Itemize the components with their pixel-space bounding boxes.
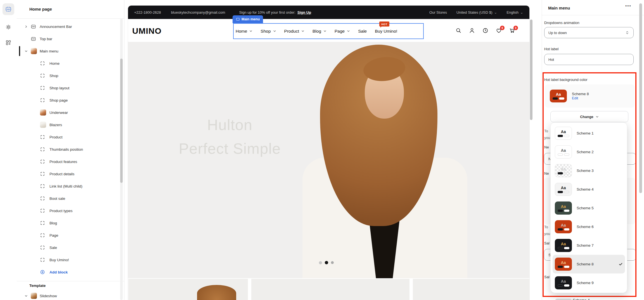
- account-icon[interactable]: [469, 28, 475, 33]
- store-email[interactable]: blueskytechcompany@gmail.com: [171, 10, 225, 15]
- tree-item-link-list-multi-child[interactable]: Link list (Multi child): [17, 180, 120, 192]
- country-selector[interactable]: United States (USD $)⌄: [456, 10, 497, 15]
- store-phone[interactable]: +222-1800-2628: [134, 10, 161, 15]
- nav-item-sale[interactable]: Sale: [358, 29, 367, 34]
- tree-item-page[interactable]: Page: [17, 229, 120, 241]
- tree-item-announcement-bar[interactable]: Announcement Bar: [17, 20, 120, 33]
- scheme-option-label: Scheme 4: [577, 187, 623, 191]
- block-icon: [40, 85, 45, 90]
- image-thumb: [31, 48, 37, 54]
- scheme-option-scheme-3[interactable]: AaScheme 3: [553, 161, 625, 180]
- hot-bg-color-label: Hot label background color: [544, 78, 588, 82]
- theme-settings-button[interactable]: [4, 22, 13, 32]
- nav-item-shop[interactable]: Shop: [261, 29, 276, 34]
- tree-item-add-block[interactable]: Add block: [17, 266, 120, 278]
- app-embeds-button[interactable]: [4, 38, 13, 47]
- tree-item-blazers[interactable]: Blazers: [17, 119, 120, 131]
- signup-link[interactable]: Sign Up: [297, 10, 311, 15]
- slide-dot-2-active[interactable]: [325, 261, 328, 264]
- obscured-label: Sal: [544, 241, 550, 245]
- nav-item-home[interactable]: Home: [236, 29, 252, 34]
- chevron-down-icon: [323, 30, 326, 33]
- tree-item-label: Shop layout: [49, 86, 69, 90]
- tree-item-underwear[interactable]: Underwear: [17, 106, 120, 119]
- tree-item-sale[interactable]: Sale: [17, 241, 120, 254]
- nav-item-product[interactable]: Product: [284, 29, 304, 34]
- hero-heading: Hulton Perfect Simple: [160, 113, 300, 160]
- tree-item-label: Blog: [49, 221, 57, 225]
- scheme-swatch: Aa: [555, 164, 572, 177]
- nav-item-blog[interactable]: Blog: [312, 29, 326, 34]
- nav-item-label: Product: [284, 29, 299, 34]
- tree-item-shop-page[interactable]: Shop page: [17, 94, 120, 106]
- hot-label-input[interactable]: Hot: [544, 54, 634, 65]
- scheme-option-scheme-6[interactable]: AaScheme 6: [553, 217, 625, 236]
- dropdowns-animation-select[interactable]: Up to down: [544, 27, 634, 38]
- gear-icon: [6, 24, 11, 30]
- scheme-option-scheme-7[interactable]: AaScheme 7: [553, 236, 625, 255]
- settings-panel: Main menu ••• Dropdowns animation Up to …: [542, 0, 644, 300]
- scheme-option-scheme-9[interactable]: AaScheme 9: [553, 273, 625, 292]
- edit-scheme-link[interactable]: Edit: [572, 96, 589, 100]
- tree-item-main-menu[interactable]: Main menu: [17, 45, 120, 57]
- slide-dot-1[interactable]: [319, 261, 322, 264]
- scheme-option-scheme-1[interactable]: AaScheme 1: [553, 124, 625, 143]
- chevron-down-icon: [249, 30, 252, 33]
- tree-item-boot-sale[interactable]: Boot sale: [17, 192, 120, 205]
- tree-item-label: Link list (Multi child): [49, 184, 82, 188]
- panel-scrollbar[interactable]: [639, 3, 642, 193]
- preview-scrollbar[interactable]: [530, 20, 532, 120]
- chevron-down-icon[interactable]: [25, 50, 28, 53]
- chevron-right-icon[interactable]: [25, 25, 28, 28]
- block-icon: [40, 159, 45, 164]
- scheme-swatch: Aa: [550, 90, 567, 102]
- tree-item-top-bar[interactable]: Top bar: [17, 33, 120, 45]
- cart-icon[interactable]: 0: [509, 28, 515, 33]
- store-logo[interactable]: UMINO: [132, 26, 162, 36]
- nav-item-buy-umino[interactable]: Buy Umino!: [375, 29, 397, 34]
- search-icon[interactable]: [456, 28, 461, 33]
- tree-item-shop[interactable]: Shop: [17, 69, 120, 82]
- nav-item-label: Home: [236, 29, 247, 34]
- page-title: Home page: [29, 7, 52, 11]
- tree-item-product-types[interactable]: Product types: [17, 205, 120, 217]
- change-scheme-button[interactable]: Change: [550, 111, 628, 122]
- section-icon: [31, 24, 36, 29]
- scheme-option-scheme-2[interactable]: AaScheme 2: [553, 143, 625, 161]
- scheme-option-scheme-8[interactable]: AaScheme 8: [553, 255, 625, 273]
- next-section-card: [128, 279, 248, 300]
- block-icon: [40, 208, 45, 213]
- tree-item-home[interactable]: Home: [17, 57, 120, 69]
- recently-viewed-icon[interactable]: [482, 28, 488, 33]
- scheme-option-label: Scheme 6: [577, 225, 623, 229]
- scheme-option-scheme-5[interactable]: AaScheme 5: [553, 199, 625, 217]
- tree-item-product[interactable]: Product: [17, 131, 120, 143]
- tree-item-thumbnails-position[interactable]: Thumbnails position: [17, 143, 120, 155]
- tree-item-label: Product details: [49, 172, 74, 176]
- tree-item-shop-layout[interactable]: Shop layout: [17, 82, 120, 94]
- chevron-down-icon: [596, 115, 599, 118]
- tree-item-product-details[interactable]: Product details: [17, 168, 120, 180]
- sections-tab-button[interactable]: [3, 3, 14, 15]
- block-icon: [40, 220, 45, 225]
- scheme-option-scheme-4[interactable]: AaScheme 4: [553, 180, 625, 199]
- nav-item-page[interactable]: Page: [335, 29, 350, 34]
- tree-item-label: Top bar: [40, 37, 52, 41]
- language-selector[interactable]: English⌄: [506, 10, 523, 15]
- slideshow-dots: [319, 261, 334, 264]
- cart-count-badge: 0: [513, 26, 518, 30]
- section-options-button[interactable]: •••: [625, 3, 631, 8]
- sidebar-scrollbar[interactable]: [120, 59, 123, 183]
- tree-item-label: Announcement Bar: [40, 25, 72, 29]
- tree-item-blog[interactable]: Blog: [17, 217, 120, 229]
- our-stores-link[interactable]: Our Stores: [429, 10, 447, 15]
- wishlist-icon[interactable]: 0: [496, 28, 502, 33]
- tree-item-product-features[interactable]: Product features: [17, 155, 120, 168]
- scheme-swatch: [555, 299, 572, 300]
- divider: [542, 15, 644, 15]
- slide-dot-3[interactable]: [331, 261, 334, 264]
- tree-item-slideshow[interactable]: Slideshow: [17, 290, 120, 300]
- wishlist-count-badge: 0: [500, 26, 505, 30]
- tree-item-buy-umino[interactable]: Buy Umino!: [17, 254, 120, 266]
- chevron-down-icon[interactable]: [25, 294, 28, 297]
